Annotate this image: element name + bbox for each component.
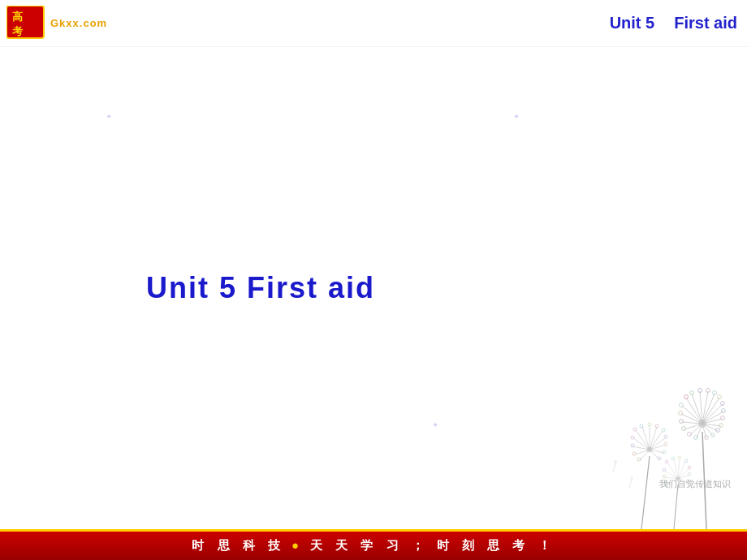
logo-icon: 高 考: [6, 6, 47, 41]
svg-line-58: [650, 445, 666, 450]
watermark-text: 我们自觉传道知识: [659, 478, 731, 490]
deco-dot-3: ✦: [432, 420, 438, 429]
svg-point-69: [633, 452, 636, 455]
svg-point-33: [682, 427, 686, 431]
svg-text:考: 考: [12, 25, 24, 37]
logo-text: Gkxx.com: [50, 17, 107, 29]
bottom-bar: 时 思 科 技●天 天 学 习 ； 时 刻 思 考 ！: [0, 529, 747, 560]
svg-point-65: [631, 436, 634, 439]
bottom-text-part2: 天 天 学 习 ； 时 刻 思 考 ！: [310, 538, 555, 552]
svg-line-46: [636, 430, 650, 450]
svg-line-72: [674, 485, 678, 529]
svg-point-77: [671, 457, 675, 460]
header-title-area: Unit 5 First aid: [610, 14, 737, 32]
bottom-bar-text: 时 思 科 技●天 天 学 习 ； 时 刻 思 考 ！: [192, 538, 555, 554]
svg-line-96: [629, 479, 632, 489]
svg-point-31: [680, 420, 684, 424]
svg-point-55: [662, 429, 665, 432]
svg-point-29: [679, 411, 683, 416]
svg-point-19: [721, 402, 725, 406]
svg-point-47: [633, 428, 637, 431]
svg-point-71: [637, 458, 641, 461]
svg-point-89: [663, 468, 666, 472]
svg-line-56: [650, 437, 666, 450]
deco-dot-1: ✦: [106, 112, 112, 121]
logo-area: 高 考 Gkxx.com: [6, 6, 107, 41]
svg-point-23: [721, 416, 725, 420]
svg-line-54: [650, 431, 663, 450]
svg-point-17: [718, 395, 722, 399]
svg-point-59: [664, 442, 667, 446]
svg-point-21: [722, 409, 726, 413]
svg-point-27: [680, 403, 684, 407]
deco-dot-2: ✦: [513, 112, 520, 121]
svg-point-49: [640, 424, 643, 428]
svg-point-41: [711, 433, 715, 437]
svg-line-10: [700, 391, 702, 424]
header-course-label: First aid: [674, 14, 737, 32]
svg-point-25: [719, 424, 723, 428]
svg-text:高: 高: [12, 11, 23, 23]
dandelion-decoration: 我们自觉传道知识: [487, 367, 747, 529]
svg-line-94: [613, 463, 615, 472]
dandelion-svg: [487, 367, 747, 529]
svg-point-67: [631, 444, 634, 447]
main-title: Unit 5 First aid: [146, 271, 375, 305]
svg-line-52: [650, 427, 657, 450]
svg-point-75: [665, 460, 668, 463]
svg-line-48: [642, 427, 650, 450]
svg-point-61: [663, 450, 666, 454]
header-unit-label: Unit 5: [610, 14, 655, 32]
svg-line-44: [641, 456, 650, 529]
bottom-dot: ●: [291, 538, 304, 552]
svg-point-81: [684, 459, 688, 463]
header: 高 考 Gkxx.com Unit 5 First aid: [0, 0, 747, 47]
bottom-text-part1: 时 思 科 技: [192, 538, 285, 552]
svg-line-14: [702, 394, 715, 424]
